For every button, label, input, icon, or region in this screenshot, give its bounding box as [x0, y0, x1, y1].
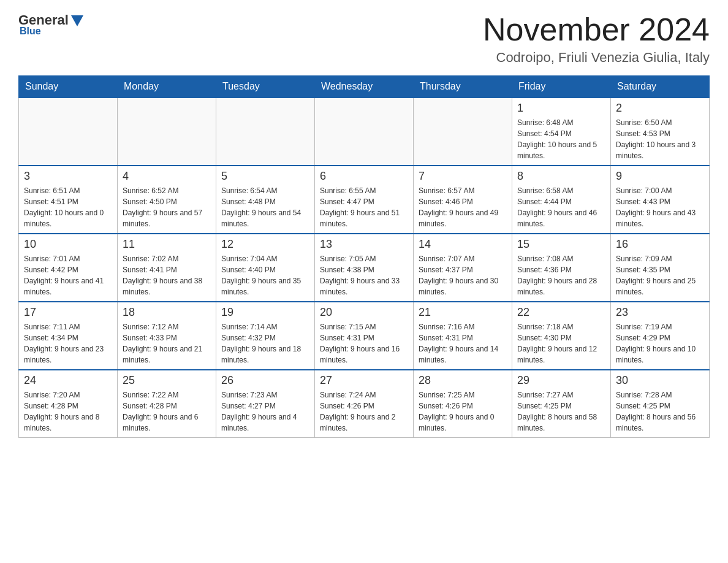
calendar-cell-12: 12Sunrise: 7:04 AMSunset: 4:40 PMDayligh…	[216, 234, 315, 302]
day-number: 3	[24, 170, 112, 183]
day-number: 29	[517, 374, 605, 387]
logo-triangle-icon	[71, 15, 83, 26]
day-info: Sunrise: 7:14 AMSunset: 4:32 PMDaylight:…	[221, 321, 309, 366]
day-number: 23	[616, 306, 704, 319]
week-row-3: 10Sunrise: 7:01 AMSunset: 4:42 PMDayligh…	[19, 234, 710, 302]
day-info: Sunrise: 6:52 AMSunset: 4:50 PMDaylight:…	[123, 185, 211, 229]
week-row-4: 17Sunrise: 7:11 AMSunset: 4:34 PMDayligh…	[19, 302, 710, 370]
calendar-cell-empty-4	[414, 98, 512, 166]
week-row-2: 3Sunrise: 6:51 AMSunset: 4:51 PMDaylight…	[19, 166, 710, 234]
day-number: 2	[616, 102, 704, 115]
weekday-header-thursday: Thursday	[414, 76, 512, 98]
calendar-cell-10: 10Sunrise: 7:01 AMSunset: 4:42 PMDayligh…	[19, 234, 118, 302]
page-header: General Blue November 2024 Codroipo, Fri…	[18, 12, 710, 66]
day-number: 1	[517, 102, 605, 115]
day-number: 17	[24, 306, 112, 319]
day-info: Sunrise: 7:16 AMSunset: 4:31 PMDaylight:…	[419, 321, 507, 366]
calendar-cell-29: 29Sunrise: 7:27 AMSunset: 4:25 PMDayligh…	[512, 370, 611, 438]
day-info: Sunrise: 7:11 AMSunset: 4:34 PMDaylight:…	[24, 321, 112, 366]
calendar-cell-8: 8Sunrise: 6:58 AMSunset: 4:44 PMDaylight…	[512, 166, 611, 234]
month-title: November 2024	[483, 12, 710, 47]
calendar-cell-empty-0	[19, 98, 118, 166]
day-number: 11	[123, 238, 211, 251]
calendar-cell-empty-2	[216, 98, 315, 166]
day-number: 14	[419, 238, 507, 251]
calendar-cell-19: 19Sunrise: 7:14 AMSunset: 4:32 PMDayligh…	[216, 302, 315, 370]
logo-blue-text: Blue	[20, 26, 41, 37]
logo: General Blue	[18, 12, 83, 37]
day-info: Sunrise: 7:24 AMSunset: 4:26 PMDaylight:…	[320, 389, 408, 434]
weekday-header-monday: Monday	[118, 76, 216, 98]
calendar-cell-7: 7Sunrise: 6:57 AMSunset: 4:46 PMDaylight…	[414, 166, 512, 234]
day-info: Sunrise: 7:12 AMSunset: 4:33 PMDaylight:…	[123, 321, 211, 366]
calendar-cell-6: 6Sunrise: 6:55 AMSunset: 4:47 PMDaylight…	[315, 166, 414, 234]
day-number: 15	[517, 238, 605, 251]
day-info: Sunrise: 7:18 AMSunset: 4:30 PMDaylight:…	[517, 321, 605, 366]
day-number: 26	[221, 374, 309, 387]
day-info: Sunrise: 7:25 AMSunset: 4:26 PMDaylight:…	[419, 389, 507, 434]
day-number: 8	[517, 170, 605, 183]
weekday-header-friday: Friday	[512, 76, 611, 98]
calendar-cell-15: 15Sunrise: 7:08 AMSunset: 4:36 PMDayligh…	[512, 234, 611, 302]
day-info: Sunrise: 6:51 AMSunset: 4:51 PMDaylight:…	[24, 185, 112, 229]
day-info: Sunrise: 7:28 AMSunset: 4:25 PMDaylight:…	[616, 389, 704, 434]
calendar-cell-26: 26Sunrise: 7:23 AMSunset: 4:27 PMDayligh…	[216, 370, 315, 438]
calendar-cell-21: 21Sunrise: 7:16 AMSunset: 4:31 PMDayligh…	[414, 302, 512, 370]
day-info: Sunrise: 7:22 AMSunset: 4:28 PMDaylight:…	[123, 389, 211, 434]
calendar-cell-2: 2Sunrise: 6:50 AMSunset: 4:53 PMDaylight…	[611, 98, 710, 166]
day-number: 7	[419, 170, 507, 183]
calendar-cell-empty-3	[315, 98, 414, 166]
day-info: Sunrise: 7:05 AMSunset: 4:38 PMDaylight:…	[320, 253, 408, 297]
day-info: Sunrise: 7:09 AMSunset: 4:35 PMDaylight:…	[616, 253, 704, 297]
calendar-cell-27: 27Sunrise: 7:24 AMSunset: 4:26 PMDayligh…	[315, 370, 414, 438]
day-info: Sunrise: 7:02 AMSunset: 4:41 PMDaylight:…	[123, 253, 211, 297]
day-number: 19	[221, 306, 309, 319]
calendar-cell-9: 9Sunrise: 7:00 AMSunset: 4:43 PMDaylight…	[611, 166, 710, 234]
weekday-header-wednesday: Wednesday	[315, 76, 414, 98]
calendar-cell-18: 18Sunrise: 7:12 AMSunset: 4:33 PMDayligh…	[118, 302, 216, 370]
calendar-cell-empty-1	[118, 98, 216, 166]
day-info: Sunrise: 7:27 AMSunset: 4:25 PMDaylight:…	[517, 389, 605, 434]
day-info: Sunrise: 7:20 AMSunset: 4:28 PMDaylight:…	[24, 389, 112, 434]
day-info: Sunrise: 7:23 AMSunset: 4:27 PMDaylight:…	[221, 389, 309, 434]
calendar-cell-4: 4Sunrise: 6:52 AMSunset: 4:50 PMDaylight…	[118, 166, 216, 234]
day-number: 5	[221, 170, 309, 183]
calendar-cell-25: 25Sunrise: 7:22 AMSunset: 4:28 PMDayligh…	[118, 370, 216, 438]
day-info: Sunrise: 7:01 AMSunset: 4:42 PMDaylight:…	[24, 253, 112, 297]
day-number: 18	[123, 306, 211, 319]
calendar-cell-22: 22Sunrise: 7:18 AMSunset: 4:30 PMDayligh…	[512, 302, 611, 370]
day-number: 4	[123, 170, 211, 183]
day-info: Sunrise: 7:15 AMSunset: 4:31 PMDaylight:…	[320, 321, 408, 366]
calendar-cell-1: 1Sunrise: 6:48 AMSunset: 4:54 PMDaylight…	[512, 98, 611, 166]
location-subtitle: Codroipo, Friuli Venezia Giulia, Italy	[483, 50, 710, 66]
day-info: Sunrise: 7:04 AMSunset: 4:40 PMDaylight:…	[221, 253, 309, 297]
weekday-header-sunday: Sunday	[19, 76, 118, 98]
calendar-cell-11: 11Sunrise: 7:02 AMSunset: 4:41 PMDayligh…	[118, 234, 216, 302]
day-number: 30	[616, 374, 704, 387]
weekday-header-saturday: Saturday	[611, 76, 710, 98]
title-section: November 2024 Codroipo, Friuli Venezia G…	[483, 12, 710, 66]
calendar-cell-14: 14Sunrise: 7:07 AMSunset: 4:37 PMDayligh…	[414, 234, 512, 302]
calendar-table: SundayMondayTuesdayWednesdayThursdayFrid…	[18, 75, 710, 438]
day-info: Sunrise: 6:54 AMSunset: 4:48 PMDaylight:…	[221, 185, 309, 229]
day-info: Sunrise: 6:58 AMSunset: 4:44 PMDaylight:…	[517, 185, 605, 229]
day-number: 20	[320, 306, 408, 319]
calendar-cell-23: 23Sunrise: 7:19 AMSunset: 4:29 PMDayligh…	[611, 302, 710, 370]
day-info: Sunrise: 7:19 AMSunset: 4:29 PMDaylight:…	[616, 321, 704, 366]
day-info: Sunrise: 6:57 AMSunset: 4:46 PMDaylight:…	[419, 185, 507, 229]
day-info: Sunrise: 6:48 AMSunset: 4:54 PMDaylight:…	[517, 117, 605, 161]
day-number: 24	[24, 374, 112, 387]
day-number: 27	[320, 374, 408, 387]
calendar-cell-17: 17Sunrise: 7:11 AMSunset: 4:34 PMDayligh…	[19, 302, 118, 370]
day-number: 12	[221, 238, 309, 251]
calendar-cell-24: 24Sunrise: 7:20 AMSunset: 4:28 PMDayligh…	[19, 370, 118, 438]
calendar-cell-28: 28Sunrise: 7:25 AMSunset: 4:26 PMDayligh…	[414, 370, 512, 438]
calendar-cell-5: 5Sunrise: 6:54 AMSunset: 4:48 PMDaylight…	[216, 166, 315, 234]
weekday-header-row: SundayMondayTuesdayWednesdayThursdayFrid…	[19, 76, 710, 98]
calendar-cell-13: 13Sunrise: 7:05 AMSunset: 4:38 PMDayligh…	[315, 234, 414, 302]
day-number: 21	[419, 306, 507, 319]
day-number: 25	[123, 374, 211, 387]
day-number: 28	[419, 374, 507, 387]
day-number: 13	[320, 238, 408, 251]
calendar-cell-30: 30Sunrise: 7:28 AMSunset: 4:25 PMDayligh…	[611, 370, 710, 438]
